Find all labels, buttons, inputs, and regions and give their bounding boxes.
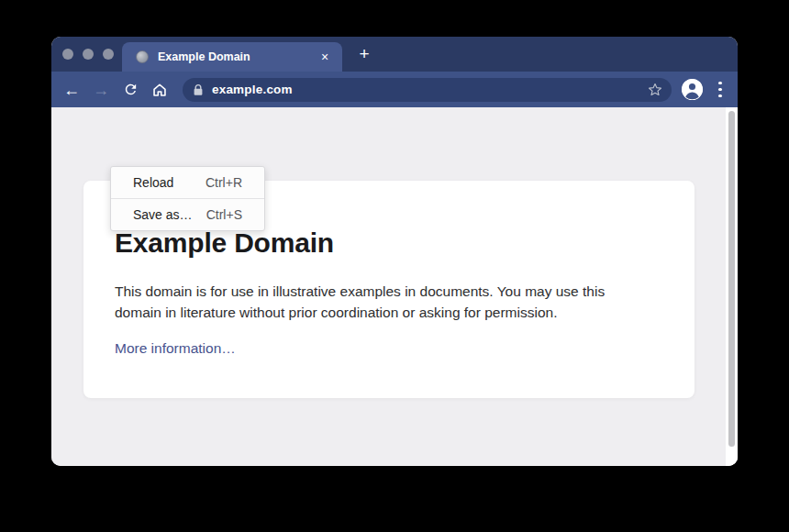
paragraph-line: This domain is for use in illustrative e… — [115, 282, 654, 303]
context-menu: Reload Ctrl+R Save as… Ctrl+S — [110, 166, 265, 231]
back-button[interactable]: ← — [62, 80, 81, 100]
kebab-dot — [718, 88, 722, 92]
reload-button[interactable] — [121, 80, 139, 100]
bookmark-star-icon[interactable] — [647, 82, 663, 98]
page-content: Example Domain This domain is for use in… — [51, 107, 738, 466]
page-title: Example Domain — [115, 227, 658, 259]
profile-avatar-icon[interactable] — [682, 79, 703, 100]
browser-window: Example Domain × + ← → example.com — [51, 37, 738, 466]
titlebar: Example Domain × + — [51, 37, 738, 72]
menu-item-label: Save as… — [133, 207, 193, 222]
home-button[interactable] — [150, 80, 169, 100]
page-paragraph: This domain is for use in illustrative e… — [115, 282, 654, 323]
forward-button[interactable]: → — [92, 80, 110, 100]
kebab-dot — [718, 82, 722, 85]
address-bar[interactable]: example.com — [183, 78, 672, 102]
context-menu-item-save-as[interactable]: Save as… Ctrl+S — [111, 198, 264, 230]
url-text: example.com — [212, 83, 647, 96]
window-controls — [62, 49, 114, 60]
tab-title: Example Domain — [158, 50, 317, 63]
lock-icon[interactable] — [193, 83, 204, 96]
toolbar: ← → example.com — [51, 72, 738, 107]
window-close-button[interactable] — [62, 49, 73, 60]
favicon-globe-icon — [136, 50, 149, 63]
new-tab-button[interactable]: + — [353, 43, 375, 65]
window-minimize-button[interactable] — [83, 49, 94, 60]
menu-item-shortcut: Ctrl+S — [206, 207, 242, 222]
menu-item-shortcut: Ctrl+R — [206, 175, 242, 190]
home-icon — [151, 82, 168, 98]
more-information-link[interactable]: More information… — [115, 340, 236, 357]
tab-close-icon[interactable]: × — [317, 49, 333, 65]
browser-tab[interactable]: Example Domain × — [122, 42, 342, 72]
browser-menu-button[interactable] — [715, 82, 726, 98]
context-menu-item-reload[interactable]: Reload Ctrl+R — [111, 167, 264, 198]
paragraph-line: domain in literature without prior coord… — [115, 303, 654, 324]
scrollbar-thumb[interactable] — [728, 111, 735, 447]
reload-icon — [123, 82, 139, 97]
kebab-dot — [718, 94, 722, 98]
menu-item-label: Reload — [133, 175, 173, 190]
window-zoom-button[interactable] — [103, 49, 114, 60]
